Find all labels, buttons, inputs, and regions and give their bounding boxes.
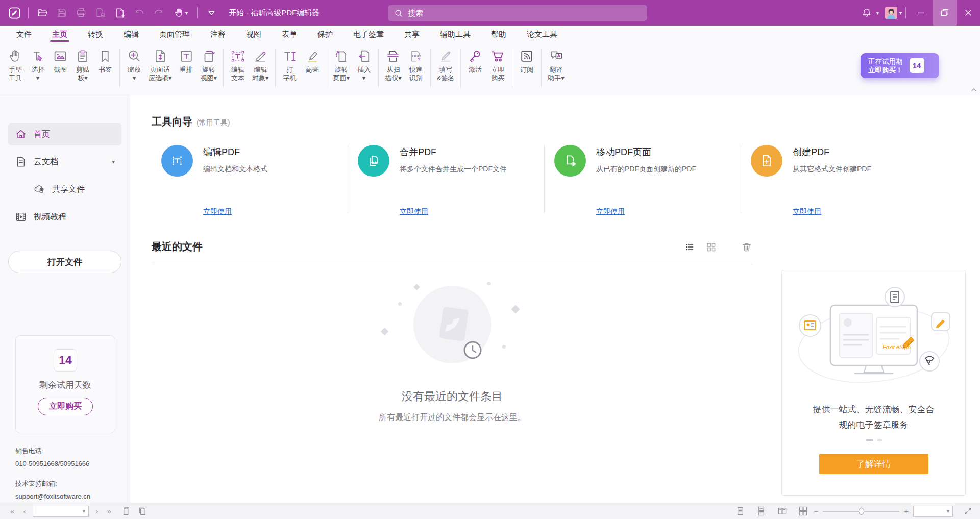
ribbon-button[interactable]: OCR 快速 识别 [405, 47, 427, 88]
use-now-link[interactable]: 立即使用 [203, 207, 232, 216]
clipboard-paste-icon[interactable] [136, 505, 148, 517]
continuous-view-icon[interactable] [755, 505, 767, 517]
ribbon-button[interactable]: 编辑 对象▾ [249, 47, 272, 88]
snapshot-icon[interactable] [119, 505, 132, 517]
ribbon-button-label: 剪贴 板▾ [76, 66, 89, 82]
ribbon-button[interactable]: 从扫 描仪▾ [382, 47, 405, 88]
chevron-down-icon[interactable]: ▾ [899, 10, 902, 16]
facing-view-icon[interactable] [776, 505, 788, 517]
open-file-icon[interactable] [33, 4, 52, 22]
single-page-view-icon[interactable] [734, 505, 746, 517]
collapse-ribbon-icon[interactable] [971, 88, 977, 92]
menu-tab[interactable]: 论文工具 [517, 26, 568, 43]
zoom-in-button[interactable]: + [904, 507, 909, 515]
ribbon-button[interactable]: 插入 ▾ [353, 47, 375, 88]
menu-tab[interactable]: 编辑 [113, 26, 149, 43]
menu-tab[interactable]: 文件 [6, 26, 42, 43]
ribbon-button-label: 手型 工具 [9, 66, 22, 82]
restore-window-button[interactable] [933, 0, 957, 26]
previous-page-button[interactable]: ‹ [18, 507, 31, 515]
menu-tab[interactable]: 页面管理 [149, 26, 200, 43]
fullscreen-icon[interactable] [962, 505, 974, 517]
use-now-link[interactable]: 立即使用 [793, 207, 821, 216]
ribbon-button[interactable]: 翻译 助手▾ [545, 47, 568, 88]
ribbon-button-label: 书签 [99, 66, 112, 74]
ribbon-button[interactable]: 旋转 页面▾ [330, 47, 353, 88]
zoom-slider[interactable] [823, 507, 899, 515]
chevron-down-icon[interactable]: ▾ [876, 10, 879, 16]
last-page-button[interactable]: » [103, 507, 115, 515]
ribbon-button[interactable]: 旋转 视图▾ [198, 47, 220, 88]
tools-guide-note: (常用工具) [197, 118, 230, 128]
ribbon-button[interactable]: 重排 [175, 47, 198, 88]
page-number-input[interactable] [33, 506, 79, 516]
chevron-down-icon[interactable]: ▾ [112, 159, 115, 165]
next-page-button[interactable]: › [91, 507, 103, 515]
trial-purchase-banner[interactable]: 正在试用期立即购买！ 14 [861, 53, 939, 78]
menu-tab[interactable]: 电子签章 [343, 26, 394, 43]
ribbon-button[interactable]: 书签 [94, 47, 116, 88]
minimize-button[interactable] [910, 0, 933, 26]
facing-continuous-view-icon[interactable] [797, 505, 809, 517]
sidebar-item[interactable]: 首页 ▾ [8, 123, 121, 145]
foxit-logo-icon[interactable] [5, 4, 23, 22]
zoom-percent-box[interactable]: ▼ [913, 506, 953, 517]
list-view-icon[interactable] [683, 241, 696, 253]
ribbon-button[interactable]: 激活 [464, 47, 486, 88]
learn-more-button[interactable]: 了解详情 [819, 454, 928, 474]
open-file-button[interactable]: 打开文件 [8, 251, 121, 273]
ribbon-button[interactable]: 编辑 文本 [227, 47, 249, 88]
chevron-down-icon[interactable]: ▼ [946, 509, 950, 514]
menu-tab[interactable]: 保护 [307, 26, 343, 43]
save-icon[interactable] [53, 4, 71, 22]
use-now-link[interactable]: 立即使用 [596, 207, 625, 216]
menu-tab[interactable]: 注释 [200, 26, 236, 43]
sidebar-item[interactable]: 云文档 ▾ [8, 151, 121, 173]
buy-now-button[interactable]: 立即购买 [38, 398, 93, 415]
export-page-icon[interactable] [91, 4, 110, 22]
menu-tab[interactable]: 主页 [42, 26, 78, 43]
ribbon-button[interactable]: 截图 [49, 47, 71, 88]
redo-icon[interactable] [150, 4, 168, 22]
customize-toolbar-icon[interactable] [202, 4, 220, 22]
page-number-box[interactable]: ▼ [33, 506, 89, 517]
user-avatar[interactable] [885, 7, 897, 19]
hand-tool-quick-icon[interactable]: ▾ [169, 4, 192, 22]
new-document-icon[interactable] [111, 4, 129, 22]
undo-icon[interactable] [130, 4, 149, 22]
ribbon-button[interactable]: 填写 &签名 [434, 47, 458, 88]
menu-tab[interactable]: 视图 [236, 26, 272, 43]
grid-view-icon[interactable] [705, 241, 717, 253]
menu-tab[interactable]: 辅助工具 [430, 26, 481, 43]
support-email[interactable]: support@foxitsoftware.cn [15, 491, 90, 502]
ribbon-button[interactable]: 手型 工具 [4, 47, 27, 88]
ribbon-button[interactable]: 页面适 应选项▾ [145, 47, 175, 88]
use-now-link[interactable]: 立即使用 [400, 207, 428, 216]
sidebar-item[interactable]: 共享文件 ▾ [27, 178, 121, 201]
search-input[interactable] [408, 9, 641, 17]
carousel-dots[interactable] [866, 439, 882, 441]
menu-tab[interactable]: 帮助 [481, 26, 517, 43]
ribbon-button[interactable]: 高亮 [301, 47, 324, 88]
close-button[interactable] [957, 0, 980, 26]
ribbon-button[interactable]: 剪贴 板▾ [71, 47, 94, 88]
menu-tab[interactable]: 共享 [394, 26, 430, 43]
ribbon-button[interactable]: 立即 购买 [486, 47, 509, 88]
menu-tab[interactable]: 表单 [272, 26, 307, 43]
sidebar-item[interactable]: 视频教程 ▾ [8, 206, 121, 228]
first-page-button[interactable]: « [6, 507, 18, 515]
ribbon-button[interactable]: 打 字机 [279, 47, 301, 88]
notifications-bell-icon[interactable] [857, 4, 876, 22]
zoom-percent-input[interactable] [914, 506, 943, 516]
zoom-slider-thumb[interactable] [859, 508, 864, 515]
ribbon-button[interactable]: 订阅 [516, 47, 538, 88]
ribbon-button[interactable]: 缩放 ▾ [123, 47, 145, 88]
chevron-down-icon[interactable]: ▼ [82, 509, 86, 514]
print-icon[interactable] [72, 4, 90, 22]
clear-recent-trash-icon[interactable] [741, 241, 753, 253]
ribbon-button[interactable]: 选择 ▾ [27, 47, 49, 88]
menu-tab[interactable]: 转换 [78, 26, 113, 43]
search-box[interactable] [388, 5, 647, 21]
ribbon-button-label: 选择 ▾ [31, 66, 44, 82]
zoom-out-button[interactable]: − [814, 507, 818, 515]
